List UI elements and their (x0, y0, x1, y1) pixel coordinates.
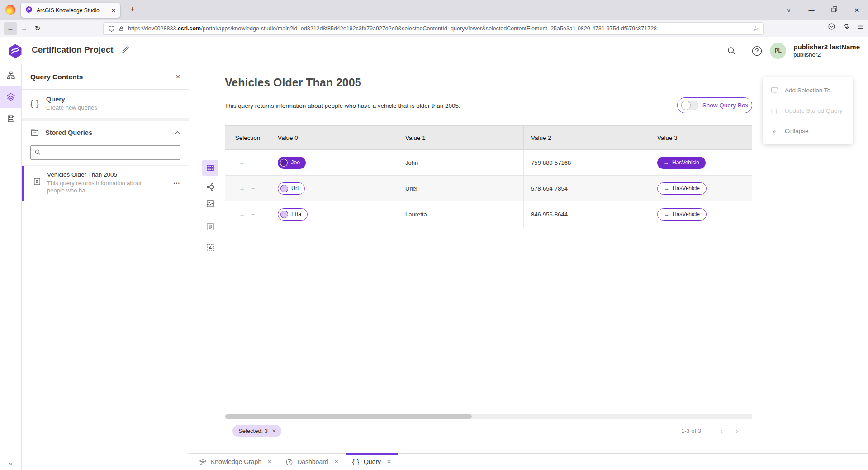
menu-item-update-stored-query: { } Update Stored Query (763, 101, 853, 121)
query-result-title: Vehicles Older Than 2005 (225, 76, 361, 89)
stored-queries-header[interactable]: Stored Queries (22, 121, 189, 144)
browser-tab-title: ArcGIS Knowledge Studio (37, 7, 107, 14)
relationship-pill[interactable]: →HasVehicle (657, 157, 706, 169)
list-all-tabs-icon[interactable]: ∨ (778, 7, 800, 14)
stored-queries-search-input[interactable] (30, 145, 180, 160)
horizontal-scrollbar-thumb[interactable] (225, 414, 472, 419)
back-button[interactable]: ← (4, 22, 17, 35)
dashboard-gauge-icon (285, 458, 293, 466)
column-header: Value 3 (650, 126, 752, 149)
reload-button[interactable]: ↻ (31, 22, 44, 35)
next-page-icon[interactable]: › (729, 427, 745, 436)
map-view-icon[interactable] (202, 196, 218, 212)
arcgis-favicon-icon (25, 6, 33, 15)
window-close-button[interactable]: ✕ (845, 7, 868, 14)
cell-value: Uriel (398, 176, 524, 201)
column-header: Value 1 (398, 126, 524, 149)
menu-item-collapse[interactable]: » Collapse (763, 121, 853, 141)
add-to-selection-icon[interactable]: + (240, 185, 244, 192)
forward-button[interactable]: → (17, 22, 31, 35)
table-row: + − Uri Uriel 578-654-7854 →HasVehicle (225, 176, 752, 201)
add-selection-to-icon (770, 86, 779, 95)
arrow-right-icon: → (664, 211, 669, 217)
window-restore-button[interactable] (823, 6, 845, 14)
node-pill[interactable]: Uri (278, 182, 305, 195)
contents-layers-icon[interactable] (0, 86, 22, 108)
braces-icon: { } (352, 458, 360, 465)
close-tab-icon[interactable]: ✕ (387, 459, 391, 465)
remove-from-selection-icon[interactable]: − (251, 159, 256, 167)
stored-query-title: Vehicles Older Than 2005 (47, 171, 142, 178)
chevron-up-icon[interactable] (175, 131, 180, 135)
tab-close-icon[interactable]: ✕ (111, 7, 116, 14)
add-to-selection-icon[interactable]: + (240, 159, 244, 167)
save-icon[interactable] (0, 108, 22, 129)
browser-tab[interactable]: ArcGIS Knowledge Studio ✕ (21, 3, 120, 18)
panel-close-icon[interactable]: ✕ (175, 73, 180, 80)
stored-queries-folder-icon (30, 128, 39, 137)
extensions-puzzle-icon[interactable] (843, 23, 850, 30)
data-model-icon[interactable] (0, 64, 22, 86)
user-name-block[interactable]: publisher2 lastName publisher2 (793, 43, 860, 58)
menu-item-add-selection-to[interactable]: Add Selection To (763, 80, 853, 101)
tab-knowledge-graph[interactable]: Knowledge Graph ✕ (192, 454, 279, 470)
window-minimize-button[interactable]: — (800, 7, 823, 14)
url-bar[interactable]: https://dev0028833.esri.com/portal/apps/… (103, 22, 764, 35)
url-text: https://dev0028833.esri.com/portal/apps/… (128, 25, 749, 32)
horizontal-scrollbar[interactable] (225, 414, 752, 419)
selected-accent-bar (22, 166, 24, 201)
stored-query-description: This query returns information aboutpeop… (47, 180, 142, 194)
add-to-map-icon[interactable] (202, 219, 218, 235)
column-header: Selection (225, 126, 270, 149)
table-view-icon[interactable] (202, 160, 218, 176)
cell-value: 846-956-8644 (524, 201, 650, 227)
collapse-icon: » (770, 128, 779, 135)
search-icon[interactable] (727, 46, 736, 56)
menu-hamburger-icon[interactable]: ☰ (858, 22, 863, 30)
panel-title: Query Contents (30, 73, 175, 81)
item-options-ellipsis-icon[interactable]: ••• (174, 181, 180, 186)
browser-tab-bar: ArcGIS Knowledge Studio ✕ + ∨ — ✕ (0, 0, 868, 20)
relationship-pill[interactable]: →HasVehicle (657, 182, 707, 195)
new-query-item[interactable]: { } Query Create new queries (22, 90, 189, 121)
remove-from-selection-icon[interactable]: − (251, 185, 256, 192)
node-pill[interactable]: Etta (278, 208, 308, 221)
tab-query[interactable]: { } Query ✕ (346, 454, 398, 470)
clear-selection-icon[interactable]: ✕ (272, 428, 276, 434)
selection-map-icon[interactable] (202, 240, 218, 256)
close-tab-icon[interactable]: ✕ (267, 459, 272, 465)
previous-page-icon[interactable]: ‹ (714, 427, 729, 436)
relationship-pill[interactable]: →HasVehicle (657, 208, 707, 221)
pagination-label: 1-3 of 3 (681, 427, 701, 434)
stored-query-doc-icon (33, 177, 41, 186)
query-item-subtitle: Create new queries (46, 104, 97, 111)
add-to-selection-icon[interactable]: + (240, 211, 244, 218)
cell-value: 578-654-7854 (524, 176, 650, 201)
lock-icon[interactable] (119, 25, 124, 32)
knowledge-studio-logo-icon (8, 43, 23, 59)
close-tab-icon[interactable]: ✕ (334, 459, 339, 465)
expand-rail-icon[interactable]: » (0, 460, 22, 467)
left-rail: » (0, 64, 22, 470)
firefox-logo-icon[interactable] (5, 5, 15, 15)
link-chart-icon[interactable] (202, 179, 218, 195)
pocket-icon[interactable] (828, 23, 835, 30)
column-header: Value 0 (270, 126, 398, 149)
user-avatar[interactable]: PL (770, 43, 786, 59)
selected-count-chip[interactable]: Selected: 3 ✕ (232, 425, 281, 437)
query-contents-panel: Query Contents ✕ { } Query Create new qu… (22, 64, 189, 470)
knowledge-graph-icon (199, 458, 207, 466)
stored-query-item[interactable]: Vehicles Older Than 2005 This query retu… (22, 165, 189, 201)
tab-dashboard[interactable]: Dashboard ✕ (279, 454, 346, 470)
show-query-box-toggle[interactable]: Show Query Box (677, 97, 752, 113)
tracking-shield-icon[interactable] (108, 25, 115, 32)
new-tab-button[interactable]: + (130, 5, 135, 14)
cell-value: Lauretta (398, 201, 524, 227)
selected-count-label: Selected: 3 (238, 427, 268, 434)
bookmark-star-icon[interactable]: ☆ (753, 25, 759, 32)
node-pill[interactable]: Joe (278, 157, 306, 169)
help-icon[interactable] (751, 45, 763, 57)
remove-from-selection-icon[interactable]: − (251, 211, 256, 218)
browser-toolbar: ← → ↻ https://dev0028833.esri.com/portal… (0, 20, 868, 37)
edit-title-pencil-icon[interactable] (121, 45, 130, 56)
